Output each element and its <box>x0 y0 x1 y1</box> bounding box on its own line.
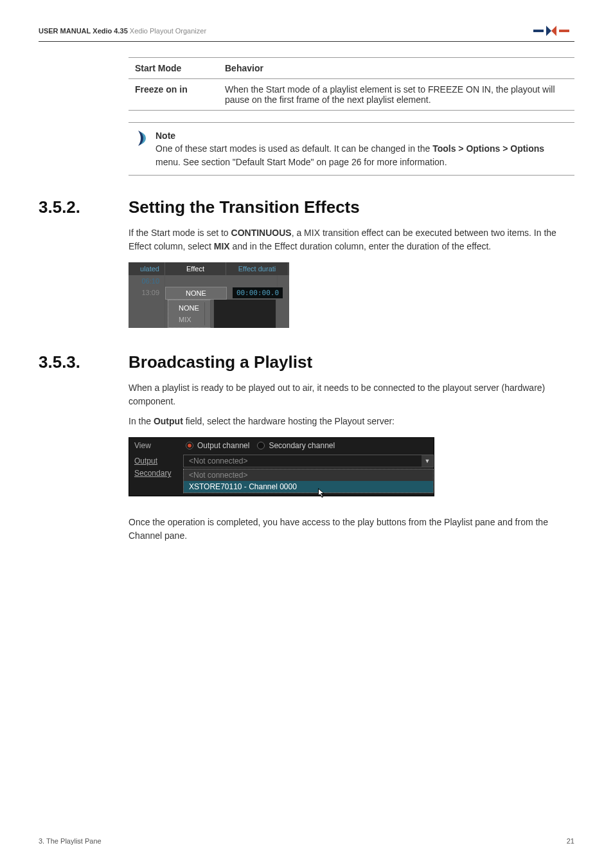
effect-figure: ulated Effect Effect durati 06:10 13:09 … <box>129 262 574 330</box>
radio-secondary-label: Secondary channel <box>269 441 335 450</box>
manual-version: Xedio 4.35 <box>93 27 127 35</box>
section-number-352: 3.5.2. <box>39 197 111 217</box>
hdr-effect-dur: Effect durati <box>226 262 289 275</box>
product-name: Xedio Playout Organizer <box>130 27 206 35</box>
note-text: Note One of these start modes is used as… <box>155 129 567 168</box>
header-title: USER MANUAL Xedio 4.35 Xedio Playout Org… <box>39 27 206 35</box>
note-icon <box>136 131 148 168</box>
effect-dropdown[interactable]: NONE MIX <box>168 300 211 328</box>
radio-secondary-channel[interactable] <box>257 442 265 449</box>
th-behavior: Behavior <box>218 58 574 79</box>
hdr-ulated: ulated <box>129 262 165 275</box>
footer-right: 21 <box>567 837 574 845</box>
logo <box>533 24 574 37</box>
radio-output-label: Output channel <box>197 441 249 450</box>
footer-left: 3. The Playlist Pane <box>39 837 102 845</box>
page-header: USER MANUAL Xedio 4.35 Xedio Playout Org… <box>39 24 574 42</box>
secondary-dropdown[interactable]: <Not connected> XSTORE70110 - Channel 00… <box>183 469 434 493</box>
s353-p1: When a playlist is ready to be played ou… <box>129 381 574 408</box>
svg-marker-2 <box>551 26 556 36</box>
section-number-353: 3.5.3. <box>39 352 111 372</box>
s353-p3: Once the operation is completed, you hav… <box>129 516 574 543</box>
page-footer: 3. The Playlist Pane 21 <box>39 837 574 845</box>
r0-time: 06:10 <box>129 275 165 287</box>
lbl-output: Output <box>129 457 183 466</box>
lbl-view: View <box>129 441 183 450</box>
svg-rect-3 <box>559 30 569 32</box>
th-start-mode: Start Mode <box>129 58 218 79</box>
effect-select[interactable]: NONE <box>165 287 227 300</box>
manual-bold: USER MANUAL <box>39 27 91 35</box>
output-select[interactable]: <Not connected> ▼ <box>183 455 434 467</box>
dd-notconn[interactable]: <Not connected> <box>184 469 433 481</box>
dropdown-arrow-icon[interactable]: ▼ <box>422 455 433 467</box>
section-title-352: Setting the Transition Effects <box>129 197 360 217</box>
s352-para: If the Start mode is set to CONTINUOUS, … <box>129 226 574 253</box>
svg-rect-0 <box>533 30 544 32</box>
section-352-heading: 3.5.2. Setting the Transition Effects <box>39 197 574 217</box>
td-freeze-desc: When the Start mode of a playlist elemen… <box>218 79 574 111</box>
dd-xstore[interactable]: XSTORE70110 - Channel 0000 <box>184 481 433 493</box>
note-box: Note One of these start modes is used as… <box>129 122 574 176</box>
effect-tc[interactable]: 00:00:00.0 <box>233 287 283 298</box>
td-freeze-label: Freeze on in <box>129 79 218 111</box>
lbl-secondary: Secondary <box>129 469 183 478</box>
s353-p2: In the Output field, select the hardware… <box>129 415 574 428</box>
cursor-icon <box>318 488 327 498</box>
radio-output-channel[interactable] <box>186 442 193 449</box>
output-figure: View Output channel Secondary channel Ou… <box>129 437 574 496</box>
start-mode-table: Start Mode Behavior Freeze on in When th… <box>129 57 574 111</box>
section-title-353: Broadcasting a Playlist <box>129 352 312 372</box>
note-title: Note <box>155 131 175 141</box>
r1-time: 13:09 <box>129 287 165 300</box>
dd-mix[interactable]: MIX <box>173 314 205 325</box>
svg-marker-1 <box>546 26 551 36</box>
hdr-effect: Effect <box>165 262 226 275</box>
dd-none[interactable]: NONE <box>173 302 205 314</box>
section-353-heading: 3.5.3. Broadcasting a Playlist <box>39 352 574 372</box>
